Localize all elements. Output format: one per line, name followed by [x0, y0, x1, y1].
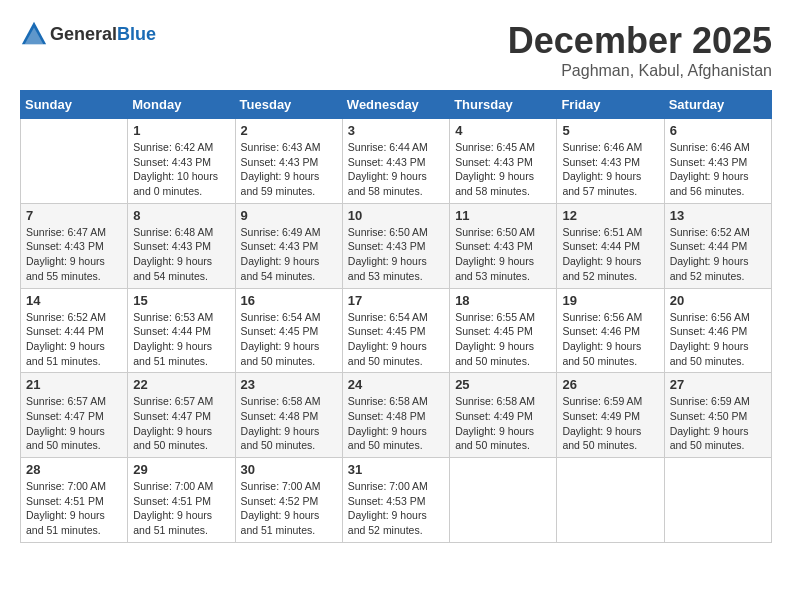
day-number: 12	[562, 208, 658, 223]
day-number: 2	[241, 123, 337, 138]
calendar-cell: 17Sunrise: 6:54 AMSunset: 4:45 PMDayligh…	[342, 288, 449, 373]
day-info: Sunrise: 6:42 AMSunset: 4:43 PMDaylight:…	[133, 140, 229, 199]
day-number: 22	[133, 377, 229, 392]
day-number: 4	[455, 123, 551, 138]
calendar-cell: 7Sunrise: 6:47 AMSunset: 4:43 PMDaylight…	[21, 203, 128, 288]
day-number: 5	[562, 123, 658, 138]
day-info: Sunrise: 6:54 AMSunset: 4:45 PMDaylight:…	[348, 310, 444, 369]
weekday-header-saturday: Saturday	[664, 91, 771, 119]
weekday-header-sunday: Sunday	[21, 91, 128, 119]
day-info: Sunrise: 6:59 AMSunset: 4:50 PMDaylight:…	[670, 394, 766, 453]
day-info: Sunrise: 6:54 AMSunset: 4:45 PMDaylight:…	[241, 310, 337, 369]
calendar-cell: 25Sunrise: 6:58 AMSunset: 4:49 PMDayligh…	[450, 373, 557, 458]
calendar-cell: 10Sunrise: 6:50 AMSunset: 4:43 PMDayligh…	[342, 203, 449, 288]
day-info: Sunrise: 6:49 AMSunset: 4:43 PMDaylight:…	[241, 225, 337, 284]
calendar-cell: 18Sunrise: 6:55 AMSunset: 4:45 PMDayligh…	[450, 288, 557, 373]
weekday-header-tuesday: Tuesday	[235, 91, 342, 119]
day-info: Sunrise: 6:57 AMSunset: 4:47 PMDaylight:…	[26, 394, 122, 453]
day-info: Sunrise: 7:00 AMSunset: 4:53 PMDaylight:…	[348, 479, 444, 538]
day-info: Sunrise: 6:53 AMSunset: 4:44 PMDaylight:…	[133, 310, 229, 369]
day-info: Sunrise: 6:51 AMSunset: 4:44 PMDaylight:…	[562, 225, 658, 284]
calendar-cell	[557, 458, 664, 543]
day-info: Sunrise: 6:59 AMSunset: 4:49 PMDaylight:…	[562, 394, 658, 453]
calendar-cell: 1Sunrise: 6:42 AMSunset: 4:43 PMDaylight…	[128, 119, 235, 204]
day-number: 20	[670, 293, 766, 308]
day-info: Sunrise: 6:44 AMSunset: 4:43 PMDaylight:…	[348, 140, 444, 199]
day-number: 7	[26, 208, 122, 223]
logo-text-general: General	[50, 24, 117, 44]
calendar-cell	[664, 458, 771, 543]
weekday-header-wednesday: Wednesday	[342, 91, 449, 119]
calendar-cell: 11Sunrise: 6:50 AMSunset: 4:43 PMDayligh…	[450, 203, 557, 288]
week-row-5: 28Sunrise: 7:00 AMSunset: 4:51 PMDayligh…	[21, 458, 772, 543]
day-number: 30	[241, 462, 337, 477]
calendar-cell	[450, 458, 557, 543]
day-number: 27	[670, 377, 766, 392]
day-info: Sunrise: 6:46 AMSunset: 4:43 PMDaylight:…	[562, 140, 658, 199]
calendar-cell: 26Sunrise: 6:59 AMSunset: 4:49 PMDayligh…	[557, 373, 664, 458]
calendar-cell: 21Sunrise: 6:57 AMSunset: 4:47 PMDayligh…	[21, 373, 128, 458]
calendar-cell: 22Sunrise: 6:57 AMSunset: 4:47 PMDayligh…	[128, 373, 235, 458]
calendar-cell: 19Sunrise: 6:56 AMSunset: 4:46 PMDayligh…	[557, 288, 664, 373]
calendar-cell: 28Sunrise: 7:00 AMSunset: 4:51 PMDayligh…	[21, 458, 128, 543]
month-title: December 2025	[508, 20, 772, 62]
week-row-3: 14Sunrise: 6:52 AMSunset: 4:44 PMDayligh…	[21, 288, 772, 373]
day-number: 19	[562, 293, 658, 308]
day-number: 6	[670, 123, 766, 138]
calendar-cell: 12Sunrise: 6:51 AMSunset: 4:44 PMDayligh…	[557, 203, 664, 288]
day-info: Sunrise: 6:58 AMSunset: 4:49 PMDaylight:…	[455, 394, 551, 453]
day-number: 28	[26, 462, 122, 477]
day-number: 17	[348, 293, 444, 308]
day-number: 25	[455, 377, 551, 392]
day-number: 10	[348, 208, 444, 223]
week-row-4: 21Sunrise: 6:57 AMSunset: 4:47 PMDayligh…	[21, 373, 772, 458]
day-info: Sunrise: 6:57 AMSunset: 4:47 PMDaylight:…	[133, 394, 229, 453]
calendar-cell: 15Sunrise: 6:53 AMSunset: 4:44 PMDayligh…	[128, 288, 235, 373]
location-subtitle: Paghman, Kabul, Afghanistan	[508, 62, 772, 80]
calendar-cell: 16Sunrise: 6:54 AMSunset: 4:45 PMDayligh…	[235, 288, 342, 373]
calendar-cell: 8Sunrise: 6:48 AMSunset: 4:43 PMDaylight…	[128, 203, 235, 288]
day-number: 31	[348, 462, 444, 477]
calendar-cell: 27Sunrise: 6:59 AMSunset: 4:50 PMDayligh…	[664, 373, 771, 458]
day-number: 24	[348, 377, 444, 392]
day-info: Sunrise: 6:50 AMSunset: 4:43 PMDaylight:…	[348, 225, 444, 284]
day-info: Sunrise: 6:55 AMSunset: 4:45 PMDaylight:…	[455, 310, 551, 369]
logo-text-blue: Blue	[117, 24, 156, 44]
calendar-cell: 24Sunrise: 6:58 AMSunset: 4:48 PMDayligh…	[342, 373, 449, 458]
day-number: 3	[348, 123, 444, 138]
day-info: Sunrise: 6:46 AMSunset: 4:43 PMDaylight:…	[670, 140, 766, 199]
day-number: 14	[26, 293, 122, 308]
calendar-cell: 31Sunrise: 7:00 AMSunset: 4:53 PMDayligh…	[342, 458, 449, 543]
day-info: Sunrise: 6:47 AMSunset: 4:43 PMDaylight:…	[26, 225, 122, 284]
day-info: Sunrise: 6:58 AMSunset: 4:48 PMDaylight:…	[241, 394, 337, 453]
calendar-cell	[21, 119, 128, 204]
calendar-cell: 5Sunrise: 6:46 AMSunset: 4:43 PMDaylight…	[557, 119, 664, 204]
day-number: 26	[562, 377, 658, 392]
day-number: 1	[133, 123, 229, 138]
day-info: Sunrise: 6:56 AMSunset: 4:46 PMDaylight:…	[670, 310, 766, 369]
logo: GeneralBlue	[20, 20, 156, 48]
calendar-cell: 29Sunrise: 7:00 AMSunset: 4:51 PMDayligh…	[128, 458, 235, 543]
calendar-cell: 2Sunrise: 6:43 AMSunset: 4:43 PMDaylight…	[235, 119, 342, 204]
day-info: Sunrise: 6:45 AMSunset: 4:43 PMDaylight:…	[455, 140, 551, 199]
day-info: Sunrise: 6:52 AMSunset: 4:44 PMDaylight:…	[670, 225, 766, 284]
week-row-2: 7Sunrise: 6:47 AMSunset: 4:43 PMDaylight…	[21, 203, 772, 288]
day-info: Sunrise: 7:00 AMSunset: 4:51 PMDaylight:…	[26, 479, 122, 538]
calendar-cell: 6Sunrise: 6:46 AMSunset: 4:43 PMDaylight…	[664, 119, 771, 204]
day-number: 21	[26, 377, 122, 392]
day-info: Sunrise: 6:48 AMSunset: 4:43 PMDaylight:…	[133, 225, 229, 284]
calendar-cell: 4Sunrise: 6:45 AMSunset: 4:43 PMDaylight…	[450, 119, 557, 204]
calendar-cell: 9Sunrise: 6:49 AMSunset: 4:43 PMDaylight…	[235, 203, 342, 288]
day-number: 16	[241, 293, 337, 308]
day-number: 15	[133, 293, 229, 308]
weekday-header-thursday: Thursday	[450, 91, 557, 119]
calendar-cell: 20Sunrise: 6:56 AMSunset: 4:46 PMDayligh…	[664, 288, 771, 373]
weekday-header-monday: Monday	[128, 91, 235, 119]
logo-icon	[20, 20, 48, 48]
day-info: Sunrise: 7:00 AMSunset: 4:51 PMDaylight:…	[133, 479, 229, 538]
weekday-header-row: SundayMondayTuesdayWednesdayThursdayFrid…	[21, 91, 772, 119]
calendar-cell: 13Sunrise: 6:52 AMSunset: 4:44 PMDayligh…	[664, 203, 771, 288]
day-info: Sunrise: 6:56 AMSunset: 4:46 PMDaylight:…	[562, 310, 658, 369]
day-number: 13	[670, 208, 766, 223]
calendar-table: SundayMondayTuesdayWednesdayThursdayFrid…	[20, 90, 772, 543]
